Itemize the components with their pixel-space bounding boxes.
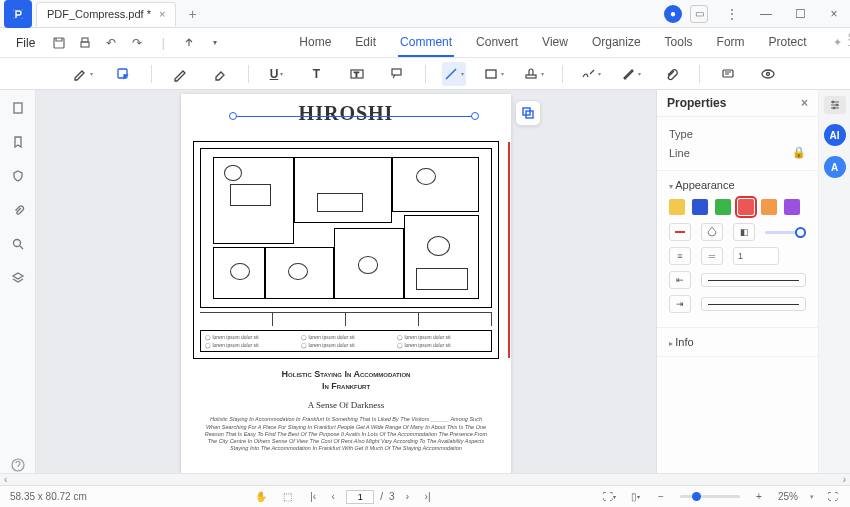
tab-tools[interactable]: Tools (663, 29, 695, 57)
svg-rect-8 (392, 69, 401, 75)
annotation-handle-right[interactable] (471, 112, 479, 120)
document-tab[interactable]: PDF_Compress.pdf * × (36, 2, 176, 26)
tab-comment[interactable]: Comment (398, 29, 454, 57)
security-icon[interactable] (10, 168, 26, 184)
layers-icon[interactable] (10, 270, 26, 286)
help-icon[interactable] (10, 457, 26, 473)
zoom-out-icon[interactable]: − (654, 490, 668, 504)
line-weight-icon[interactable]: ═ (701, 247, 723, 265)
line-end-icon[interactable]: ⇥ (669, 295, 691, 313)
window-compact-icon[interactable]: ▭ (690, 5, 708, 23)
comments-list-icon[interactable] (716, 62, 740, 86)
attachment-icon[interactable] (659, 62, 683, 86)
note-icon[interactable] (111, 62, 135, 86)
file-menu[interactable]: File (8, 32, 43, 54)
lock-icon[interactable]: 🔒 (792, 146, 806, 159)
hide-comments-icon[interactable] (756, 62, 780, 86)
tab-home[interactable]: Home (297, 29, 333, 57)
tab-convert[interactable]: Convert (474, 29, 520, 57)
tab-organize[interactable]: Organize (590, 29, 643, 57)
eraser-icon[interactable] (208, 62, 232, 86)
next-page-icon[interactable]: › (401, 490, 415, 504)
close-icon[interactable]: × (159, 8, 165, 20)
print-icon[interactable] (77, 35, 93, 51)
color-swatch-0[interactable] (669, 199, 685, 215)
color-swatch-2[interactable] (715, 199, 731, 215)
undo-icon[interactable]: ↶ (103, 35, 119, 51)
ai-tab-icon[interactable]: AI (824, 124, 846, 146)
appearance-section[interactable]: Appearance (669, 179, 806, 191)
signature-icon[interactable]: ▾ (579, 62, 603, 86)
assistant-tab-icon[interactable]: A (824, 156, 846, 178)
text-icon[interactable]: T (305, 62, 329, 86)
color-swatch-4[interactable] (761, 199, 777, 215)
annotation-handle-left[interactable] (229, 112, 237, 120)
pen-icon[interactable]: ▾ (619, 62, 643, 86)
search-tools[interactable]: ✦ Search Tools (833, 31, 850, 55)
line-tool-icon[interactable]: ▾ (442, 62, 466, 86)
underline-icon[interactable]: U▾ (265, 62, 289, 86)
save-icon[interactable] (51, 35, 67, 51)
rectangle-icon[interactable]: ▾ (482, 62, 506, 86)
panel-close-icon[interactable]: × (801, 96, 808, 110)
textbox-icon[interactable]: T (345, 62, 369, 86)
tab-form[interactable]: Form (715, 29, 747, 57)
color-swatch-1[interactable] (692, 199, 708, 215)
line-style-icon[interactable]: ≡ (669, 247, 691, 265)
scroll-left-icon[interactable]: ‹ (4, 474, 7, 485)
single-page-icon[interactable]: ▯▾ (628, 490, 642, 504)
pencil-icon[interactable] (168, 62, 192, 86)
document-canvas[interactable]: HIROSHI (36, 90, 656, 485)
panel-side-tabs: AI A (818, 90, 850, 485)
minimize-button[interactable]: — (750, 0, 782, 28)
maximize-button[interactable]: ☐ (784, 0, 816, 28)
zoom-slider[interactable] (680, 495, 740, 498)
new-tab-button[interactable]: + (182, 6, 202, 22)
attachments-icon[interactable] (10, 202, 26, 218)
color-swatch-5[interactable] (784, 199, 800, 215)
highlighter-icon[interactable]: ▾ (71, 62, 95, 86)
close-button[interactable]: × (818, 0, 850, 28)
thickness-input[interactable] (733, 247, 779, 265)
opacity-slider[interactable] (765, 231, 806, 234)
horizontal-scrollbar[interactable]: ‹ › (0, 473, 850, 485)
tab-edit[interactable]: Edit (353, 29, 378, 57)
callout-icon[interactable] (385, 62, 409, 86)
zoom-in-icon[interactable]: + (752, 490, 766, 504)
zoom-dropdown-icon[interactable]: ▾ (810, 493, 814, 501)
fill-color-icon[interactable] (701, 223, 723, 241)
opacity-icon[interactable]: ◧ (733, 223, 755, 241)
line-annotation[interactable] (233, 116, 475, 117)
chevron-down-icon[interactable]: ▾ (207, 35, 223, 51)
last-page-icon[interactable]: ›| (421, 490, 435, 504)
select-tool-icon[interactable]: ⬚ (280, 490, 294, 504)
stroke-color-icon[interactable] (669, 223, 691, 241)
prev-page-icon[interactable]: ‹ (326, 490, 340, 504)
redo-icon[interactable]: ↷ (129, 35, 145, 51)
more-icon[interactable]: ⋮ (716, 0, 748, 28)
fullscreen-icon[interactable]: ⛶ (826, 490, 840, 504)
thumbnails-icon[interactable] (10, 100, 26, 116)
scroll-right-icon[interactable]: › (843, 474, 846, 485)
line-start-preview[interactable] (701, 273, 806, 287)
tab-protect[interactable]: Protect (767, 29, 809, 57)
search-icon[interactable] (10, 236, 26, 252)
settings-tab-icon[interactable] (824, 96, 846, 114)
svg-point-22 (833, 107, 835, 109)
line-end-preview[interactable] (701, 297, 806, 311)
line-start-icon[interactable]: ⇤ (669, 271, 691, 289)
quick-access: ↶ ↷ | ▾ (51, 35, 223, 51)
annotation-action-icon[interactable] (515, 100, 541, 126)
tab-view[interactable]: View (540, 29, 570, 57)
page-input[interactable] (346, 490, 374, 504)
stamp-icon[interactable]: ▾ (522, 62, 546, 86)
fit-width-icon[interactable]: ⛶▾ (602, 490, 616, 504)
hand-tool-icon[interactable]: ✋ (254, 490, 268, 504)
share-icon[interactable] (181, 35, 197, 51)
first-page-icon[interactable]: |‹ (306, 490, 320, 504)
info-section[interactable]: Info (669, 336, 806, 348)
user-badge-icon[interactable]: ● (664, 5, 682, 23)
color-swatch-3[interactable] (738, 199, 754, 215)
bookmarks-icon[interactable] (10, 134, 26, 150)
page-navigator: |‹ ‹ / 3 › ›| (306, 490, 434, 504)
